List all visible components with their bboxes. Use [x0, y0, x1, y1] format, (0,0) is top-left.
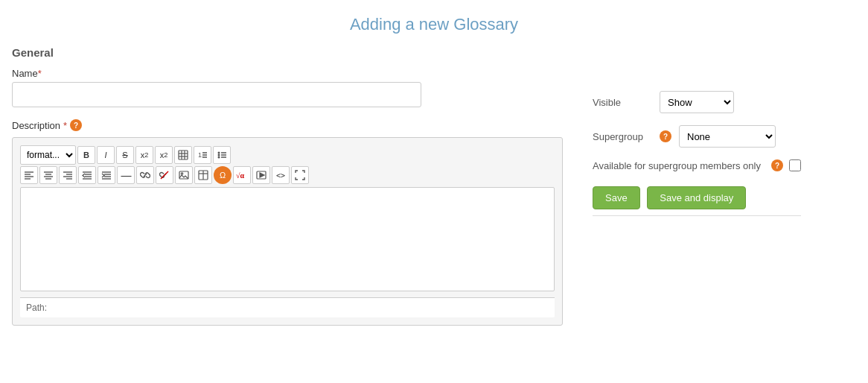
bold-button[interactable]: B	[77, 146, 95, 164]
superscript-button[interactable]: x2	[155, 146, 173, 164]
available-label: Available for supergroup members only	[593, 160, 765, 171]
name-input[interactable]	[12, 82, 421, 107]
editor-toolbar: format... B I S x2 x2	[20, 145, 555, 184]
visible-label: Visible	[593, 97, 652, 108]
right-panel: Visible Show Hide Supergroup ? None Avai…	[578, 46, 801, 338]
description-label: Description	[12, 120, 60, 131]
supergroup-row: Supergroup ? None	[593, 125, 801, 148]
italic-button[interactable]: I	[97, 146, 115, 164]
available-row: Available for supergroup members only ?	[593, 159, 801, 171]
equation-button[interactable]: √α	[233, 166, 251, 184]
panel-divider	[593, 215, 801, 216]
path-row: Path:	[20, 297, 555, 317]
action-buttons: Save Save and display	[593, 186, 801, 209]
format-select[interactable]: format...	[20, 145, 76, 165]
align-center-button[interactable]	[39, 166, 57, 184]
image-button[interactable]	[175, 166, 193, 184]
name-required-star: *	[38, 68, 42, 79]
name-label: Name*	[12, 68, 563, 79]
media-button[interactable]	[252, 166, 270, 184]
link-button[interactable]	[136, 166, 154, 184]
description-required-star: *	[63, 120, 67, 131]
page-title: Adding a new Glossary	[0, 0, 868, 46]
svg-marker-43	[260, 173, 264, 177]
table2-button[interactable]	[194, 166, 212, 184]
supergroup-label: Supergroup	[593, 131, 652, 142]
save-display-button[interactable]: Save and display	[647, 186, 746, 209]
indent-button[interactable]	[98, 166, 115, 184]
toolbar-row-1: format... B I S x2 x2	[20, 145, 555, 165]
supergroup-select[interactable]: None	[679, 125, 776, 148]
fullscreen-button[interactable]	[291, 166, 309, 184]
description-help-icon[interactable]: ?	[70, 119, 82, 131]
path-label: Path:	[26, 303, 47, 313]
table-button[interactable]	[174, 146, 192, 164]
name-form-group: Name*	[12, 68, 563, 107]
visible-row: Visible Show Hide	[593, 91, 801, 113]
align-right-button[interactable]	[59, 166, 77, 184]
description-form-group: Description* ? format... B I S x2 x2	[12, 119, 563, 326]
svg-text:√α: √α	[236, 171, 244, 180]
save-button[interactable]: Save	[593, 186, 640, 209]
strikethrough-button[interactable]: S	[116, 146, 134, 164]
description-label-row: Description* ?	[12, 119, 563, 131]
svg-point-9	[218, 152, 220, 154]
align-left-button[interactable]	[20, 166, 38, 184]
ordered-list-button[interactable]: 1.	[194, 146, 211, 164]
svg-point-11	[218, 156, 220, 159]
hr-button[interactable]: —	[117, 166, 135, 184]
subscript-button[interactable]: x2	[135, 146, 153, 164]
special-char-button[interactable]: Ω	[214, 166, 232, 184]
description-box: format... B I S x2 x2	[12, 137, 563, 326]
left-panel: General Name* Description* ? format...	[12, 46, 578, 338]
svg-point-37	[181, 173, 182, 174]
available-checkbox[interactable]	[789, 159, 801, 171]
supergroup-help-icon[interactable]: ?	[660, 130, 671, 142]
general-section-title: General	[12, 46, 563, 59]
visible-select[interactable]: Show Hide	[660, 91, 734, 113]
toolbar-row-2: —	[20, 166, 555, 184]
code-button[interactable]: <>	[272, 166, 290, 184]
unordered-list-button[interactable]	[213, 146, 231, 164]
svg-point-10	[218, 154, 220, 156]
svg-rect-0	[179, 151, 188, 159]
description-editor[interactable]	[20, 187, 555, 291]
available-help-icon[interactable]: ?	[771, 159, 783, 171]
unlink-button[interactable]	[156, 166, 173, 184]
outdent-button[interactable]	[78, 166, 96, 184]
